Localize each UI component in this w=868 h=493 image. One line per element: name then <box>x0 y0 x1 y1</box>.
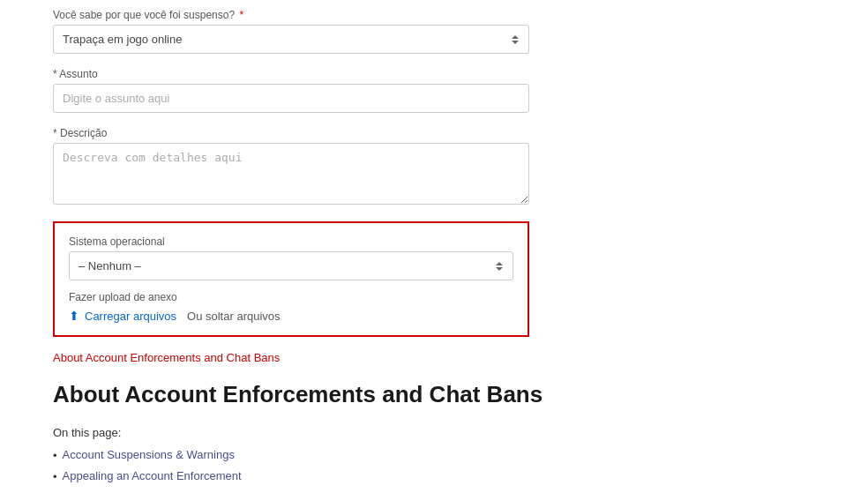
upload-area: ⬆ Carregar arquivos Ou soltar arquivos <box>69 309 513 323</box>
os-select-wrapper: – Nenhum – <box>69 251 513 280</box>
subject-group: * Assunto <box>53 68 635 113</box>
article-section: About Account Enforcements and Chat Bans… <box>53 380 635 493</box>
required-marker: * <box>240 9 244 21</box>
upload-files-button[interactable]: ⬆ Carregar arquivos <box>69 309 176 323</box>
toc-list: •Account Suspensions & Warnings•Appealin… <box>53 448 635 493</box>
suspension-reason-select-wrapper: Trapaça em jogo online <box>53 25 529 54</box>
os-upload-section: Sistema operacional – Nenhum – Fazer upl… <box>53 221 529 337</box>
upload-label: Fazer upload de anexo <box>69 291 513 303</box>
toc-label: On this page: <box>53 426 635 439</box>
toc-item: •Account Suspensions & Warnings <box>53 448 635 462</box>
suspension-reason-select[interactable]: Trapaça em jogo online <box>53 25 529 54</box>
upload-group: Fazer upload de anexo ⬆ Carregar arquivo… <box>69 291 513 323</box>
article-breadcrumb-link[interactable]: About Account Enforcements and Chat Bans <box>53 351 280 364</box>
toc-link[interactable]: Appealing an Account Enforcement <box>63 469 242 482</box>
upload-btn-label: Carregar arquivos <box>85 310 176 323</box>
os-group: Sistema operacional – Nenhum – <box>69 235 513 280</box>
description-label: * Descrição <box>53 127 635 139</box>
suspension-reason-group: Você sabe por que você foi suspenso? * T… <box>53 9 635 54</box>
subject-input[interactable] <box>53 84 529 113</box>
description-textarea[interactable] <box>53 143 529 205</box>
upload-icon: ⬆ <box>69 309 79 323</box>
article-title: About Account Enforcements and Chat Bans <box>53 380 635 410</box>
description-group: * Descrição <box>53 127 635 207</box>
upload-or-text: Ou soltar arquivos <box>187 310 281 323</box>
toc-bullet: • <box>53 470 57 483</box>
page-container: Você sabe por que você foi suspenso? * T… <box>0 0 868 493</box>
toc-bullet: • <box>53 449 57 462</box>
os-select[interactable]: – Nenhum – <box>69 251 513 280</box>
toc-link[interactable]: Account Suspensions & Warnings <box>63 448 235 461</box>
form-section: Você sabe por que você foi suspenso? * T… <box>53 0 635 373</box>
os-label: Sistema operacional <box>69 235 513 248</box>
suspension-reason-label: Você sabe por que você foi suspenso? * <box>53 9 635 21</box>
main-content: Você sabe por que você foi suspenso? * T… <box>0 0 688 493</box>
toc-item: •Appealing an Account Enforcement <box>53 469 635 483</box>
subject-label: * Assunto <box>53 68 635 80</box>
